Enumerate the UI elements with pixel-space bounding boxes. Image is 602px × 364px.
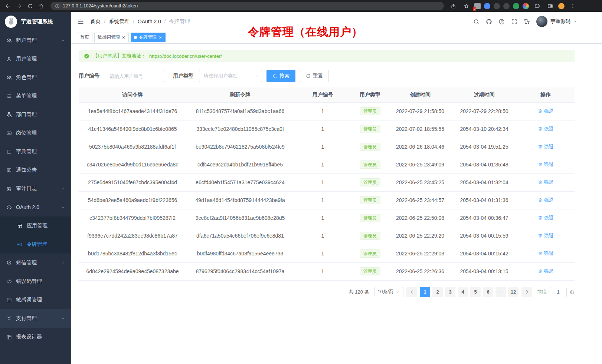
breadcrumb-separator: /	[133, 19, 134, 24]
sidebar-item-menu[interactable]: 菜单管理	[0, 87, 71, 105]
sidebar-item-sms[interactable]: 短信管理	[0, 254, 71, 272]
force-logout-button[interactable]: 强退	[538, 215, 554, 221]
page-button-4[interactable]: 4	[458, 287, 468, 297]
force-logout-button[interactable]: 强退	[538, 197, 554, 203]
goto-page-input[interactable]	[550, 287, 567, 297]
force-logout-button[interactable]: 强退	[538, 108, 554, 115]
page-button-1[interactable]: 1	[420, 287, 430, 297]
user-type-badge: 管理员	[360, 232, 380, 240]
forward-icon[interactable]	[14, 1, 24, 11]
sidebar-item-audit-log[interactable]: 审计日志	[0, 179, 71, 198]
tab-token[interactable]: 令牌管理	[131, 33, 166, 42]
sidebar-item-role[interactable]: 角色管理	[0, 68, 71, 87]
force-logout-button[interactable]: 强退	[538, 232, 554, 239]
doc-link[interactable]: https://doc.iocoder.cn/user-center/	[149, 53, 222, 59]
extensions-puzzle-icon[interactable]	[532, 1, 542, 11]
sidebar-item-dict[interactable]: 字典管理	[0, 142, 71, 161]
action-cell: 强退	[517, 191, 575, 209]
alert-close-icon[interactable]	[565, 54, 570, 58]
sidebar-item-label: 敏感词管理	[16, 297, 65, 303]
address-bar[interactable]: 127.0.0.1:1024/system/oauth2/token	[50, 2, 444, 10]
hamburger-icon[interactable]	[77, 18, 84, 25]
next-page-button[interactable]	[521, 287, 532, 297]
reset-button[interactable]: 重置	[300, 70, 329, 82]
breadcrumb-item[interactable]: 首页	[90, 18, 101, 25]
extension-rainbow-icon[interactable]	[523, 3, 529, 9]
page-button-3[interactable]: 3	[445, 287, 455, 297]
help-icon[interactable]	[498, 19, 505, 25]
tab-sensitive-word[interactable]: 敏感词管理	[94, 33, 129, 42]
force-logout-label: 强退	[544, 161, 554, 168]
sidebar-item-user[interactable]: 用户管理	[0, 50, 71, 68]
created-cell: 2022-06-25 22:26:36	[389, 262, 452, 280]
active-tab-dot	[134, 36, 137, 39]
sidebar-item-post[interactable]: 岗位管理	[0, 124, 71, 142]
tab-home[interactable]: 首页	[77, 33, 92, 42]
sidebar-item-notice[interactable]: 通知公告	[0, 161, 71, 179]
sidebar-item-dept[interactable]: 部门管理	[0, 105, 71, 124]
search-icon[interactable]	[473, 19, 480, 25]
page-more-button[interactable]	[495, 287, 506, 297]
extension-green-icon[interactable]	[513, 3, 519, 9]
browser-actions: 0	[448, 1, 578, 11]
sidebar-item-tenant[interactable]: 租户管理	[0, 31, 71, 50]
bookmark-star-icon[interactable]	[461, 1, 471, 11]
app-logo[interactable]: 芋道管理系统	[0, 12, 71, 31]
user-type-select[interactable]: 请选择用户类型	[199, 70, 262, 82]
page-button-5[interactable]: 5	[470, 287, 481, 297]
force-logout-button[interactable]: 强退	[538, 268, 554, 275]
reload-icon[interactable]	[25, 1, 35, 11]
sidebar-item-error-code[interactable]: 错误码管理	[0, 272, 71, 291]
extension-blue-icon[interactable]	[484, 3, 490, 9]
user-type-cell: 管理员	[351, 156, 389, 173]
breadcrumb-item: 令牌管理	[169, 18, 190, 25]
expires-cell: 2054-03-04 01:31:36	[452, 191, 517, 209]
user-menu[interactable]: 芋道源码	[536, 16, 578, 27]
fullscreen-icon[interactable]	[511, 19, 517, 25]
browser-menu-icon[interactable]	[568, 1, 578, 11]
refresh-icon	[306, 74, 311, 79]
github-icon[interactable]	[486, 19, 492, 25]
prev-page-button[interactable]	[406, 287, 417, 297]
site-info-icon[interactable]	[55, 4, 60, 9]
font-size-icon[interactable]	[524, 19, 530, 25]
action-cell: 强退	[517, 245, 575, 262]
sidebar-item-oauth2-token[interactable]: 令牌管理	[0, 235, 71, 254]
share-icon[interactable]	[448, 1, 458, 11]
user-type-cell: 管理员	[351, 102, 389, 120]
force-logout-button[interactable]: 强退	[538, 143, 554, 150]
breadcrumb-item[interactable]: OAuth 2.0	[138, 19, 161, 24]
force-logout-button[interactable]: 强退	[538, 161, 554, 168]
search-button[interactable]: 搜索	[266, 70, 295, 82]
back-icon[interactable]	[3, 1, 13, 11]
sidebar-item-oauth2[interactable]: OAuth 2.0	[0, 198, 71, 216]
doc-alert: 【用户体系】文档地址： https://doc.iocoder.cn/user-…	[79, 50, 575, 62]
sidebar-item-sensitive-word[interactable]: 敏感词管理	[0, 291, 71, 309]
table-row: c342377bf8b344799dcbf7bf095287f29ce8ef2a…	[79, 209, 575, 227]
sidebar-item-pay[interactable]: 支付管理	[0, 309, 71, 328]
trash-icon	[538, 144, 543, 149]
user-id-input[interactable]	[105, 70, 164, 82]
breadcrumb-item[interactable]: 系统管理	[109, 18, 130, 25]
page-button-2[interactable]: 2	[432, 287, 443, 297]
extension-dark-icon[interactable]	[494, 3, 500, 9]
force-logout-button[interactable]: 强退	[538, 179, 554, 186]
force-logout-label: 强退	[544, 197, 554, 203]
page-size-select[interactable]: 10条/页	[374, 287, 403, 297]
sidebar-item-label: 菜单管理	[16, 93, 65, 99]
page-button-6[interactable]: 6	[483, 287, 493, 297]
split-view-icon[interactable]	[545, 1, 555, 11]
close-tab-icon[interactable]	[158, 36, 162, 39]
force-logout-button[interactable]: 强退	[538, 126, 554, 132]
created-cell: 2022-06-25 22:29:03	[389, 245, 452, 262]
extension-dark2-icon[interactable]	[503, 3, 510, 9]
browser-profile-avatar[interactable]	[558, 3, 565, 9]
extension-gray-icon[interactable]: 0	[474, 3, 481, 9]
home-icon[interactable]	[36, 1, 46, 11]
close-tab-icon[interactable]	[122, 36, 125, 39]
force-logout-button[interactable]: 强退	[538, 250, 554, 257]
trash-icon	[538, 162, 543, 167]
sidebar-item-oauth2-app[interactable]: 应用管理	[0, 216, 71, 235]
sidebar-item-report-designer[interactable]: 报表设计器	[0, 328, 71, 346]
page-button-12[interactable]: 12	[508, 287, 518, 297]
